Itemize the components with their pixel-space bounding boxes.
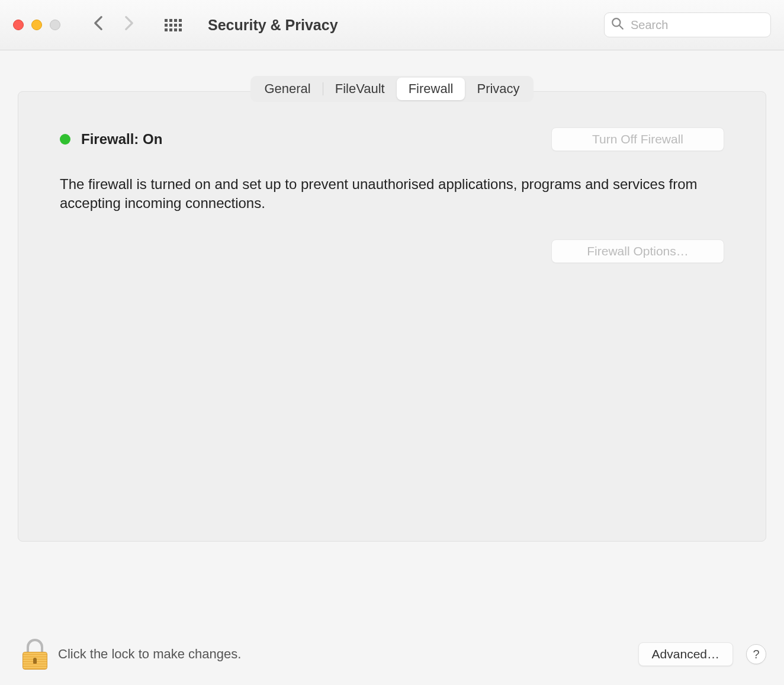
window-title: Security & Privacy <box>208 17 338 34</box>
content-area: General FileVault Firewall Privacy Firew… <box>0 50 784 542</box>
search-icon <box>611 17 624 33</box>
tab-firewall[interactable]: Firewall <box>397 78 465 100</box>
status-row: Firewall: On Turn Off Firewall <box>60 127 724 151</box>
tab-group: General FileVault Firewall Privacy <box>250 76 533 102</box>
footer-right: Advanced… ? <box>638 642 766 666</box>
minimize-window-button[interactable] <box>31 20 42 30</box>
firewall-description: The firewall is turned on and set up to … <box>60 175 724 213</box>
tab-filevault[interactable]: FileVault <box>323 78 397 100</box>
forward-button <box>124 15 134 35</box>
firewall-options-button[interactable]: Firewall Options… <box>551 239 724 263</box>
titlebar: Security & Privacy <box>0 0 784 50</box>
firewall-status-label: Firewall: On <box>81 131 162 148</box>
help-button[interactable]: ? <box>746 644 766 664</box>
tab-privacy[interactable]: Privacy <box>465 78 531 100</box>
turn-off-firewall-button[interactable]: Turn Off Firewall <box>551 127 724 151</box>
advanced-button[interactable]: Advanced… <box>638 642 733 666</box>
lock-icon[interactable] <box>23 639 47 670</box>
zoom-window-button <box>50 20 60 30</box>
footer: Click the lock to make changes. Advanced… <box>23 639 766 670</box>
status-indicator-icon <box>60 134 70 145</box>
show-all-icon[interactable] <box>165 19 182 31</box>
back-button[interactable] <box>94 15 103 35</box>
status-left: Firewall: On <box>60 131 162 148</box>
search-input[interactable] <box>604 12 771 37</box>
search-wrap <box>604 12 771 37</box>
svg-point-0 <box>612 18 620 26</box>
nav-arrows <box>94 15 134 35</box>
tab-general[interactable]: General <box>252 78 322 100</box>
window-controls <box>13 20 60 30</box>
firewall-panel: Firewall: On Turn Off Firewall The firew… <box>18 91 766 542</box>
options-row: Firewall Options… <box>60 239 724 263</box>
svg-line-1 <box>619 25 623 29</box>
lock-hint-text: Click the lock to make changes. <box>58 646 241 662</box>
close-window-button[interactable] <box>13 20 24 30</box>
